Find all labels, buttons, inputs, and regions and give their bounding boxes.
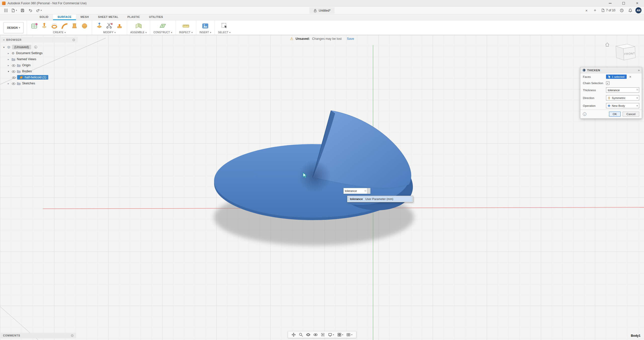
orbit-button[interactable] (306, 333, 310, 337)
tree-item-label: Named Views (17, 57, 36, 61)
extend-tool-button[interactable] (115, 22, 124, 30)
visibility-eye-icon[interactable] (12, 76, 16, 79)
collapse-panel-icon[interactable]: « (3, 38, 4, 42)
undo-button[interactable] (27, 7, 34, 13)
tree-item-bodies[interactable]: ▾ Bodies (1, 68, 78, 74)
pan-button[interactable] (292, 333, 296, 337)
viewcube[interactable]: FRONT (605, 41, 640, 66)
dialog-header[interactable]: THICKEN » (580, 67, 642, 73)
app-grid-icon[interactable] (3, 7, 9, 13)
tree-item-origin[interactable]: ▸ Origin (1, 62, 78, 68)
drag-handle[interactable] (367, 188, 370, 194)
fit-view-button[interactable] (321, 333, 325, 337)
assemble-dropdown[interactable]: ASSEMBLE ▾ (130, 31, 147, 34)
surface-body-icon (19, 76, 23, 79)
visibility-eye-icon[interactable] (12, 70, 15, 73)
operation-select[interactable]: New Body ▾ (606, 103, 639, 108)
construction-plane-button[interactable] (159, 22, 167, 30)
minimize-button[interactable] (603, 0, 617, 6)
viewports-button[interactable]: ▾ (346, 333, 352, 337)
workspace-selector[interactable]: DESIGN ▾ (4, 22, 24, 33)
chain-selection-checkbox[interactable]: ✓ (606, 81, 610, 85)
viewport[interactable]: ⚠ Unsaved: Changes may be lost Save « BR… (0, 35, 644, 340)
close-button[interactable]: × (630, 0, 644, 6)
tree-item-named-views[interactable]: ▸ Named Views (1, 56, 78, 62)
new-component-button[interactable] (135, 22, 143, 30)
select-dropdown[interactable]: SELECT ▾ (218, 31, 231, 34)
patch-tool-button[interactable] (30, 22, 38, 30)
tab-solid[interactable]: SOLID (35, 14, 53, 20)
select-tool-button[interactable] (220, 22, 228, 30)
thickness-input[interactable] (606, 87, 639, 93)
inspect-dropdown[interactable]: INSPECT ▾ (179, 31, 192, 34)
dialog-dock-icon[interactable]: » (638, 68, 640, 72)
insert-dropdown[interactable]: INSERT ▾ (199, 31, 211, 34)
tree-item-sketches[interactable]: ▸ Sketches (1, 80, 78, 86)
tab-sheet-metal[interactable]: SHEET METAL (93, 14, 123, 20)
display-settings-button[interactable]: ▾ (328, 333, 334, 337)
clear-selection-icon[interactable]: × (629, 75, 631, 79)
extrude-tool-button[interactable] (40, 22, 48, 30)
maximize-button[interactable] (617, 0, 630, 6)
insert-image-button[interactable] (201, 22, 209, 30)
comments-icon[interactable]: ⊙ (71, 333, 74, 337)
tab-plastic[interactable]: PLASTIC (123, 14, 145, 20)
expand-icon[interactable]: ▸ (7, 52, 10, 55)
comments-bar[interactable]: COMMENTS ⊙ (1, 333, 76, 338)
modify-dropdown[interactable]: MODIFY ▾ (103, 31, 116, 34)
document-tab[interactable]: Untitled* (309, 7, 335, 14)
helicoid-body[interactable] (214, 111, 413, 220)
expand-icon[interactable]: ▸ (7, 58, 10, 61)
tab-utilities[interactable]: UTILITIES (144, 14, 168, 20)
notifications-button[interactable] (627, 7, 633, 13)
tab-mesh[interactable]: MESH (76, 14, 93, 20)
save-button[interactable] (19, 7, 26, 13)
expand-icon[interactable]: ▸ (7, 82, 10, 85)
home-view-icon[interactable] (605, 42, 610, 47)
expand-icon[interactable]: ▸ (7, 64, 10, 67)
save-link[interactable]: Save (347, 37, 354, 41)
revolve-tool-button[interactable] (50, 22, 58, 30)
browser-filter-icon[interactable]: ⊙ (72, 38, 75, 42)
ok-button[interactable]: OK (609, 112, 621, 117)
expand-icon[interactable]: ▾ (2, 46, 6, 49)
visibility-eye-icon[interactable] (12, 64, 15, 67)
offset-tool-button[interactable] (80, 22, 89, 30)
tab-surface[interactable]: SURFACE (53, 14, 76, 20)
canvas-thickness-input[interactable]: tolerance fx (343, 188, 371, 194)
expand-icon[interactable]: ▾ (7, 70, 10, 73)
measure-button[interactable] (182, 22, 190, 30)
cancel-button[interactable]: Cancel (623, 112, 639, 117)
user-avatar[interactable]: AN (635, 7, 641, 13)
job-status-button[interactable] (618, 7, 625, 13)
press-pull-tool-button[interactable] (95, 22, 103, 30)
construct-dropdown[interactable]: CONSTRUCT ▾ (153, 31, 172, 34)
3d-scene[interactable] (0, 35, 644, 340)
loft-tool-button[interactable] (70, 22, 78, 30)
suggestion-item[interactable]: tolerance User Parameter (mm) (348, 196, 412, 201)
canvas-input-value[interactable]: tolerance (344, 189, 365, 192)
redo-button[interactable]: ▾ (35, 7, 43, 13)
direction-select[interactable]: Symmetric ▾ (606, 95, 639, 100)
faces-selected-badge[interactable]: 1 selected (606, 75, 627, 79)
activate-component-radio[interactable] (34, 46, 37, 49)
look-at-button[interactable] (313, 333, 317, 337)
tree-item-root[interactable]: ▾ (Unsaved) (1, 44, 78, 50)
tree-item-document-settings[interactable]: ▸ ⚙ Document Settings (1, 50, 78, 56)
selected-item-highlight[interactable]: half-helicoid (1) (17, 75, 48, 80)
visibility-eye-icon[interactable] (12, 82, 15, 85)
unsaved-message: Changes may be lost (312, 37, 341, 41)
trim-tool-button[interactable] (105, 22, 113, 30)
clock-icon (620, 9, 624, 12)
viewcube-cube[interactable]: FRONT (610, 41, 640, 66)
new-tab-button[interactable]: + (592, 7, 598, 13)
sweep-tool-button[interactable] (60, 22, 68, 30)
file-menu-button[interactable]: ▾ (10, 7, 18, 13)
create-dropdown[interactable]: CREATE ▾ (53, 31, 66, 34)
tree-item-half-helicoid[interactable]: half-helicoid (1) (1, 74, 78, 80)
tab-close-button[interactable]: × (583, 7, 590, 13)
docs-counter[interactable]: 7 of 10 (600, 9, 616, 12)
info-icon[interactable]: i (583, 112, 586, 116)
grid-and-snaps-button[interactable]: ▾ (337, 333, 343, 337)
zoom-button[interactable] (299, 333, 303, 337)
